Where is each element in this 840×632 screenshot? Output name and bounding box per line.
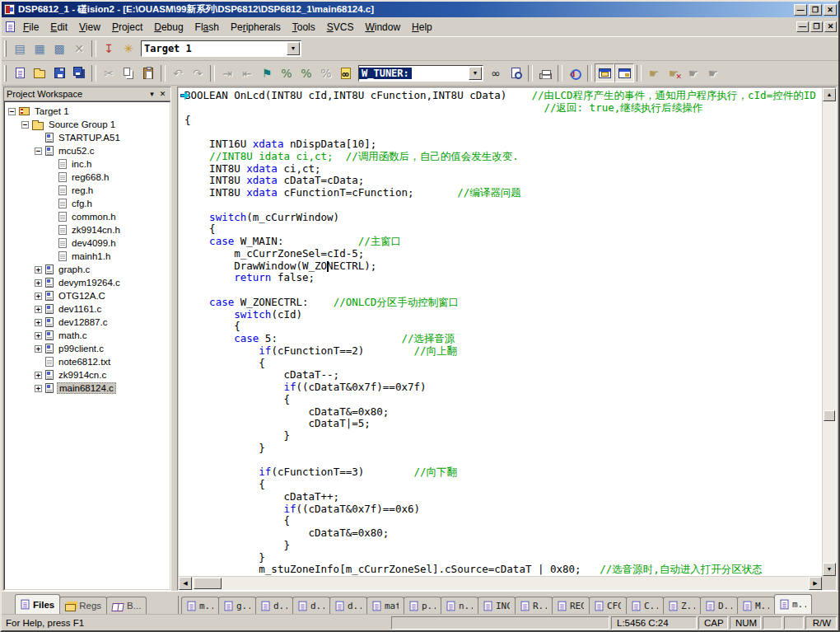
tree-item-dev1161-c[interactable]: +dev1161.c bbox=[5, 302, 170, 316]
save-all-icon[interactable] bbox=[69, 63, 89, 82]
menu-help[interactable]: Help bbox=[406, 19, 438, 35]
document-tab-10[interactable]: REG bbox=[552, 597, 590, 614]
vertical-scroll-thumb[interactable] bbox=[824, 410, 835, 421]
rebuild-all-icon[interactable]: ▩ bbox=[49, 40, 69, 59]
tree-item-graph-c[interactable]: +graph.c bbox=[5, 263, 170, 276]
disable-all-breakpoints-icon[interactable]: ☛ bbox=[703, 63, 723, 82]
document-tab-11[interactable]: CFG bbox=[589, 597, 627, 614]
toolbar-grip[interactable] bbox=[4, 65, 7, 82]
close-button[interactable]: ✕ bbox=[824, 4, 837, 16]
panel-splitter[interactable] bbox=[171, 87, 177, 591]
scroll-down-icon[interactable]: ▼ bbox=[823, 563, 836, 576]
scroll-up-icon[interactable]: ▲ bbox=[823, 88, 836, 101]
output-window-icon[interactable] bbox=[614, 63, 634, 82]
kill-all-breakpoints-icon[interactable]: ☛✕ bbox=[664, 63, 684, 82]
expand-plus-icon[interactable]: + bbox=[35, 372, 42, 379]
document-tab-1[interactable]: g... bbox=[218, 597, 256, 614]
mdi-minimize-button[interactable]: — bbox=[796, 21, 809, 32]
redo-icon[interactable]: ↷ bbox=[188, 63, 208, 82]
tree-item-reg668-h[interactable]: reg668.h bbox=[5, 171, 170, 184]
menu-edit[interactable]: Edit bbox=[44, 19, 73, 35]
document-tab-3[interactable]: d... bbox=[292, 597, 330, 614]
expand-plus-icon[interactable]: + bbox=[35, 266, 42, 274]
tree-item-common-h[interactable]: common.h bbox=[5, 210, 170, 223]
translate-file-icon[interactable]: ▤ bbox=[10, 40, 30, 59]
panel-tab-regs[interactable]: Regs bbox=[59, 597, 107, 614]
tree-item-inc-h[interactable]: inc.h bbox=[5, 157, 170, 171]
menu-view[interactable]: View bbox=[73, 19, 106, 35]
tree-item-target-1[interactable]: −Target 1 bbox=[5, 105, 170, 118]
expand-plus-icon[interactable]: + bbox=[35, 345, 42, 353]
document-tab-2[interactable]: d... bbox=[255, 597, 293, 614]
code-area[interactable]: BOOLEAN OnLcd(INT8U cId,INT8U cFunction,… bbox=[179, 88, 822, 576]
expand-plus-icon[interactable]: + bbox=[35, 293, 42, 300]
menu-flash[interactable]: Flash bbox=[189, 19, 225, 35]
tree-item-mainh1-h[interactable]: mainh1.h bbox=[5, 250, 170, 263]
copy-icon[interactable] bbox=[119, 63, 138, 82]
toolbar-grip[interactable] bbox=[4, 40, 7, 57]
document-system-icon[interactable] bbox=[6, 21, 15, 32]
document-tab-4[interactable]: d... bbox=[329, 597, 367, 614]
tree-item-dev4099-h[interactable]: dev4099.h bbox=[5, 236, 170, 250]
document-tab-15[interactable]: M... bbox=[737, 597, 775, 614]
find-text-dropdown-icon[interactable]: ▼ bbox=[469, 67, 482, 80]
code-text[interactable]: BOOLEAN OnLcd(INT8U cId,INT8U cFunction,… bbox=[179, 90, 822, 576]
expand-minus-icon[interactable]: − bbox=[8, 108, 16, 115]
find-icon[interactable]: ∞ bbox=[486, 63, 506, 82]
document-tab-14[interactable]: D... bbox=[700, 597, 738, 614]
new-file-icon[interactable] bbox=[10, 63, 30, 82]
menu-tools[interactable]: Tools bbox=[287, 19, 321, 35]
tree-item-reg-h[interactable]: reg.h bbox=[5, 184, 170, 197]
close-icon[interactable]: ✕ bbox=[157, 89, 168, 99]
target-select-combo[interactable]: Target 1▼ bbox=[141, 40, 301, 57]
unindent-icon[interactable]: ⇤ bbox=[237, 63, 257, 82]
debug-session-icon[interactable] bbox=[565, 63, 585, 82]
save-file-icon[interactable] bbox=[49, 63, 69, 82]
tree-item-cfg-h[interactable]: cfg.h bbox=[5, 197, 170, 210]
find-in-files-icon[interactable] bbox=[336, 63, 356, 82]
expand-plus-icon[interactable]: + bbox=[35, 279, 42, 287]
prev-bookmark-icon[interactable]: % bbox=[296, 63, 316, 82]
find-text-combo[interactable]: W_TUNER:▼ bbox=[358, 65, 483, 82]
document-tab-8[interactable]: INC bbox=[478, 597, 516, 614]
document-tab-12[interactable]: C... bbox=[626, 597, 664, 614]
print-icon[interactable] bbox=[535, 63, 555, 82]
mdi-close-button[interactable]: ✕ bbox=[824, 21, 837, 32]
tree-item-math-c[interactable]: +math.c bbox=[5, 329, 170, 342]
panel-tab-files[interactable]: Files bbox=[15, 594, 60, 614]
scroll-left-icon[interactable]: ◀ bbox=[179, 577, 192, 590]
tree-item-dev12887-c[interactable]: +dev12887.c bbox=[5, 316, 170, 329]
target-select-dropdown-icon[interactable]: ▼ bbox=[287, 42, 300, 55]
paste-icon[interactable] bbox=[138, 63, 158, 82]
chevron-down-icon[interactable]: ▾ bbox=[147, 89, 157, 99]
tree-item-zk9914cn-c[interactable]: +zk9914cn.c bbox=[5, 368, 170, 382]
enable-breakpoint-icon[interactable]: ☛ bbox=[684, 63, 703, 82]
undo-icon[interactable]: ↶ bbox=[168, 63, 188, 82]
document-tab-9[interactable]: R... bbox=[515, 597, 553, 614]
menu-peripherals[interactable]: Peripherals bbox=[225, 19, 287, 35]
menu-debug[interactable]: Debug bbox=[148, 19, 189, 35]
tree-item-devym19264-c[interactable]: +devym19264.c bbox=[5, 276, 170, 289]
document-tab-16[interactable]: m... bbox=[774, 594, 812, 614]
mdi-restore-button[interactable]: ❐ bbox=[810, 21, 823, 32]
panel-tab-b[interactable]: B... bbox=[106, 597, 147, 614]
scroll-right-icon[interactable]: ▶ bbox=[809, 577, 822, 590]
download-flash-icon[interactable]: ↧ bbox=[99, 40, 119, 59]
document-tab-13[interactable]: Z... bbox=[663, 597, 701, 614]
clear-bookmarks-icon[interactable]: % bbox=[316, 63, 336, 82]
tree-item-source-group-1[interactable]: −Source Group 1 bbox=[5, 118, 170, 131]
restore-button[interactable]: ❐ bbox=[809, 4, 822, 16]
menu-file[interactable]: File bbox=[17, 19, 44, 35]
tree-item-startup-a51[interactable]: STARTUP.A51 bbox=[5, 131, 170, 144]
project-window-icon[interactable] bbox=[595, 63, 614, 82]
options-for-target-icon[interactable]: ✳ bbox=[119, 40, 138, 59]
minimize-button[interactable]: — bbox=[794, 4, 807, 16]
tree-item-zk9914cn-h[interactable]: zk9914cn.h bbox=[5, 223, 170, 236]
expand-minus-icon[interactable]: − bbox=[35, 147, 42, 155]
menu-project[interactable]: Project bbox=[106, 19, 148, 35]
open-file-icon[interactable] bbox=[30, 63, 49, 82]
horizontal-scrollbar[interactable]: ◀ ▶ bbox=[179, 577, 822, 590]
expand-minus-icon[interactable]: − bbox=[21, 121, 29, 129]
build-target-icon[interactable]: ▦ bbox=[30, 40, 49, 59]
incremental-find-icon[interactable] bbox=[506, 63, 525, 82]
